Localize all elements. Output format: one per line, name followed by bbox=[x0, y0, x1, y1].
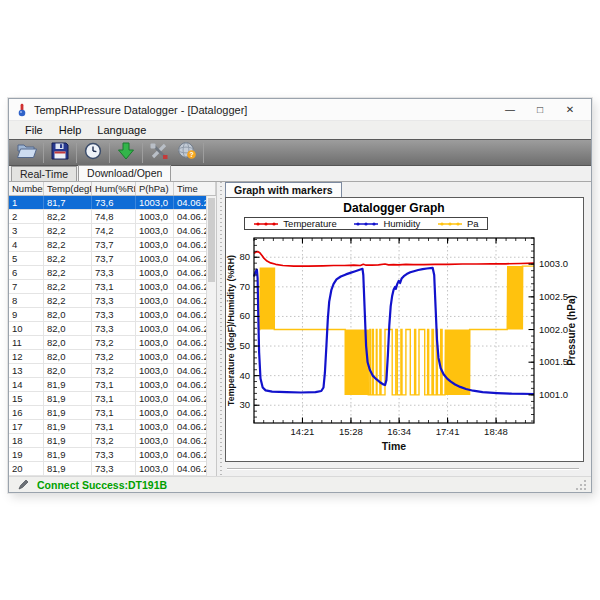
table-cell: 73,2 bbox=[92, 336, 136, 349]
svg-text:15:28: 15:28 bbox=[339, 426, 363, 437]
table-cell: 82,2 bbox=[44, 210, 92, 223]
table-cell: 1003,0 bbox=[136, 420, 174, 433]
save-floppy-icon bbox=[51, 142, 69, 164]
main-content: NumberTemp(degF)Hum(%RH)P(hPa)Time 181,7… bbox=[9, 182, 591, 476]
minimize-button[interactable]: — bbox=[495, 100, 525, 120]
table-cell: 11 bbox=[9, 336, 44, 349]
table-row[interactable]: 1981,973,31003,004.06.2023 13... bbox=[9, 448, 216, 462]
tab-real-time[interactable]: Real-Time bbox=[11, 166, 77, 181]
status-text: Connect Success:DT191B bbox=[37, 479, 167, 491]
table-cell: 82,2 bbox=[44, 280, 92, 293]
table-cell: 6 bbox=[9, 266, 44, 279]
clock-button[interactable] bbox=[79, 141, 107, 165]
table-cell: 73,7 bbox=[92, 238, 136, 251]
table-cell: 14 bbox=[9, 378, 44, 391]
table-cell: 73,1 bbox=[92, 378, 136, 391]
table-row[interactable]: 582,273,71003,004.06.2023 13... bbox=[9, 252, 216, 266]
table-row[interactable]: 982,073,31003,004.06.2023 13... bbox=[9, 308, 216, 322]
app-icon bbox=[15, 103, 29, 117]
table-row[interactable]: 1082,073,31003,004.06.2023 13... bbox=[9, 322, 216, 336]
table-row[interactable]: 1581,973,11003,004.06.2023 13... bbox=[9, 392, 216, 406]
table-row[interactable]: 1681,973,11003,004.06.2023 13... bbox=[9, 406, 216, 420]
table-cell: 1003,0 bbox=[136, 280, 174, 293]
close-button[interactable]: ✕ bbox=[555, 100, 585, 120]
scrollbar-thumb[interactable] bbox=[208, 198, 215, 282]
column-header[interactable]: Temp(degF) bbox=[44, 182, 92, 195]
table-cell: 81,9 bbox=[44, 462, 92, 475]
graph-panel: Graph with markers Datalogger Graph Temp… bbox=[225, 182, 591, 476]
table-cell: 81,9 bbox=[44, 392, 92, 405]
table-row[interactable]: 1282,073,21003,004.06.2023 13... bbox=[9, 350, 216, 364]
language-globe-button[interactable]: ? bbox=[173, 141, 201, 165]
table-row[interactable]: 282,274,81003,004.06.2023 13... bbox=[9, 210, 216, 224]
table-row[interactable]: 181,773,61003,004.06.2023 13... bbox=[9, 196, 216, 210]
table-cell: 1003,0 bbox=[136, 448, 174, 461]
table-cell: 1003,0 bbox=[136, 336, 174, 349]
table-cell: 5 bbox=[9, 252, 44, 265]
table-cell: 1003,0 bbox=[136, 252, 174, 265]
column-header[interactable]: Hum(%RH) bbox=[92, 182, 136, 195]
table-cell: 82,2 bbox=[44, 238, 92, 251]
table-cell: 1003,0 bbox=[136, 434, 174, 447]
menu-help[interactable]: Help bbox=[51, 123, 90, 137]
toolbar-separator bbox=[43, 143, 44, 163]
table-cell: 1003,0 bbox=[136, 308, 174, 321]
download-arrow-icon bbox=[117, 142, 135, 164]
tab-download-open[interactable]: Download/Open bbox=[78, 165, 171, 181]
table-row[interactable]: 1881,973,21003,004.06.2023 13... bbox=[9, 434, 216, 448]
save-button[interactable] bbox=[46, 141, 74, 165]
table-cell: 81,9 bbox=[44, 420, 92, 433]
table-row[interactable]: 782,273,11003,004.06.2023 13... bbox=[9, 280, 216, 294]
table-cell: 12 bbox=[9, 350, 44, 363]
svg-text:1002.0: 1002.0 bbox=[539, 324, 568, 335]
table-cell: 18 bbox=[9, 434, 44, 447]
toolbar-separator bbox=[203, 143, 204, 163]
svg-text:1001.0: 1001.0 bbox=[539, 389, 568, 400]
table-cell: 1 bbox=[9, 196, 44, 209]
table-cell: 1003,0 bbox=[136, 322, 174, 335]
download-button[interactable] bbox=[112, 141, 140, 165]
table-cell: 1003,0 bbox=[136, 294, 174, 307]
table-row[interactable]: 1382,073,21003,004.06.2023 13... bbox=[9, 364, 216, 378]
table-cell: 1003,0 bbox=[136, 350, 174, 363]
open-folder-button[interactable] bbox=[13, 141, 41, 165]
table-row[interactable]: 1781,973,11003,004.06.2023 13... bbox=[9, 420, 216, 434]
panel-splitter[interactable] bbox=[217, 182, 225, 476]
table-scrollbar[interactable] bbox=[206, 196, 216, 476]
table-cell: 82,0 bbox=[44, 350, 92, 363]
table-cell: 17 bbox=[9, 420, 44, 433]
svg-text:1002.5: 1002.5 bbox=[539, 291, 568, 302]
toolbar-separator bbox=[109, 143, 110, 163]
column-header[interactable]: Time bbox=[174, 182, 216, 195]
column-header[interactable]: P(hPa) bbox=[136, 182, 174, 195]
menu-language[interactable]: Language bbox=[89, 123, 154, 137]
menu-file[interactable]: File bbox=[17, 123, 51, 137]
resize-grip[interactable] bbox=[575, 479, 587, 491]
table-cell: 73,3 bbox=[92, 294, 136, 307]
table-cell: 82,2 bbox=[44, 294, 92, 307]
tools-button[interactable] bbox=[145, 141, 173, 165]
table-cell: 1003,0 bbox=[136, 210, 174, 223]
table-cell: 9 bbox=[9, 308, 44, 321]
svg-text:1001.5: 1001.5 bbox=[539, 356, 568, 367]
svg-text:40: 40 bbox=[239, 370, 250, 381]
table-cell: 73,1 bbox=[92, 392, 136, 405]
maximize-button[interactable]: □ bbox=[525, 100, 555, 120]
table-cell: 4 bbox=[9, 238, 44, 251]
svg-text:18:48: 18:48 bbox=[484, 426, 508, 437]
tools-icon bbox=[149, 142, 169, 164]
column-header[interactable]: Number bbox=[9, 182, 44, 195]
table-row[interactable]: 682,273,31003,004.06.2023 13... bbox=[9, 266, 216, 280]
table-row[interactable]: 1182,073,21003,004.06.2023 13... bbox=[9, 336, 216, 350]
table-cell: 10 bbox=[9, 322, 44, 335]
table-row[interactable]: 482,273,71003,004.06.2023 13... bbox=[9, 238, 216, 252]
table-row[interactable]: 382,274,21003,004.06.2023 13... bbox=[9, 224, 216, 238]
table-cell: 82,2 bbox=[44, 224, 92, 237]
table-cell: 81,9 bbox=[44, 448, 92, 461]
table-cell: 73,1 bbox=[92, 280, 136, 293]
table-row[interactable]: 2081,973,31003,004.06.2023 13... bbox=[9, 462, 216, 476]
table-row[interactable]: 1481,973,11003,004.06.2023 13... bbox=[9, 378, 216, 392]
table-row[interactable]: 882,273,31003,004.06.2023 13... bbox=[9, 294, 216, 308]
table-cell: 20 bbox=[9, 462, 44, 475]
horizontal-separator bbox=[227, 468, 579, 470]
